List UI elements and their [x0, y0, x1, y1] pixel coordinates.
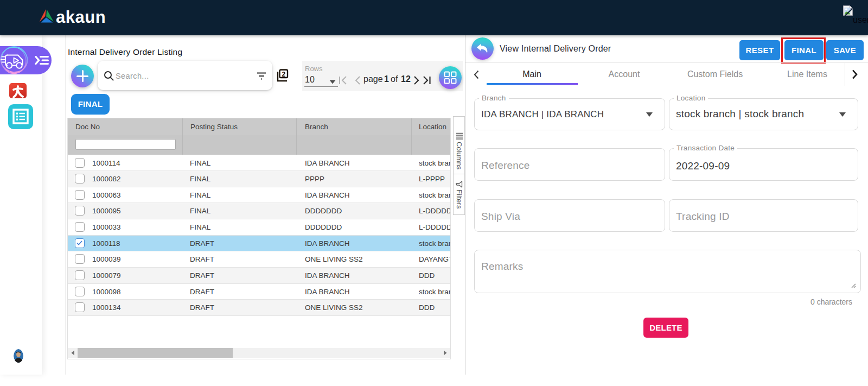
svg-text:2: 2 [282, 71, 285, 78]
